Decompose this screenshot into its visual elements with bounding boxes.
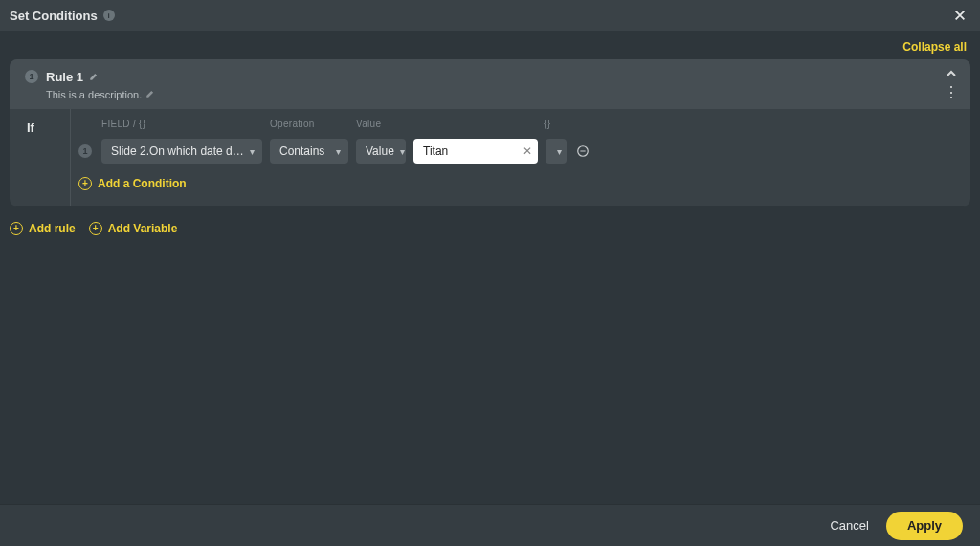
rule-body: If FIELD / {} Operation Value {} 1 Slide… [10, 109, 970, 206]
col-field-header: FIELD / {} [101, 119, 262, 129]
col-input-spacer [410, 119, 536, 129]
cancel-button[interactable]: Cancel [830, 518, 868, 533]
condition-value-input[interactable] [413, 139, 538, 164]
rule-title-block: Rule 1 This is a description. [46, 68, 155, 100]
info-icon[interactable]: i [103, 10, 115, 21]
col-value-header: Value [356, 119, 402, 129]
condition-valuetype-select[interactable]: Value ▾ [356, 139, 406, 164]
clear-input-icon[interactable]: ✕ [523, 144, 532, 158]
edit-title-icon[interactable] [89, 68, 99, 85]
bottom-actions: + Add rule + Add Variable [0, 207, 980, 251]
collapse-rule-icon[interactable] [946, 68, 957, 81]
add-rule-action[interactable]: + Add rule [10, 222, 76, 235]
condition-valuetype-label: Value [366, 144, 394, 158]
collapse-all-button[interactable]: Collapse all [902, 40, 967, 54]
add-condition-button[interactable]: Add a Condition [98, 177, 187, 190]
rule-description: This is a description. [46, 89, 142, 100]
add-variable-label: Add Variable [108, 222, 178, 235]
header-title-wrap: Set Conditions i [10, 9, 115, 23]
condition-field-label: Slide 2.On which date did you v... [111, 144, 244, 158]
modal-title: Set Conditions [10, 9, 98, 23]
col-operation-header: Operation [270, 119, 348, 129]
rule-header-actions: ⋮ [944, 68, 959, 100]
chevron-down-icon: ▾ [336, 146, 341, 157]
rule-title-row: Rule 1 [46, 68, 155, 85]
rule-menu-icon[interactable]: ⋮ [944, 85, 959, 100]
condition-operation-label: Contains [279, 144, 324, 158]
condition-operation-select[interactable]: Contains ▾ [270, 139, 348, 164]
rule-title: Rule 1 [46, 70, 83, 84]
plus-circle-icon[interactable]: + [78, 177, 92, 190]
condition-extra-select[interactable]: ▾ [546, 139, 567, 164]
rule-description-row: This is a description. [46, 89, 155, 100]
condition-number-badge: 1 [78, 144, 92, 158]
if-label: If [10, 109, 71, 206]
condition-value-input-wrap: ✕ [413, 139, 538, 164]
remove-condition-icon[interactable] [574, 142, 591, 160]
rule-header-left: 1 Rule 1 This is a description. [25, 68, 155, 100]
apply-button[interactable]: Apply [886, 512, 963, 540]
toolbar: Collapse all [0, 31, 980, 59]
chevron-down-icon: ▾ [557, 146, 562, 157]
edit-description-icon[interactable] [145, 89, 155, 100]
close-icon[interactable] [951, 7, 969, 24]
col-brace-header: {} [544, 119, 563, 129]
plus-circle-icon: + [10, 222, 23, 235]
plus-circle-icon: + [89, 222, 102, 235]
condition-row: 1 Slide 2.On which date did you v... ▾ C… [78, 139, 957, 164]
condition-column-headers: FIELD / {} Operation Value {} [78, 119, 957, 129]
rule-header: 1 Rule 1 This is a description. [10, 59, 970, 109]
chevron-down-icon: ▾ [400, 146, 405, 157]
rule-card: 1 Rule 1 This is a description. [10, 59, 970, 207]
condition-field-select[interactable]: Slide 2.On which date did you v... ▾ [101, 139, 262, 164]
modal-footer: Cancel Apply [0, 504, 980, 546]
rule-number-badge: 1 [25, 70, 38, 83]
modal-header: Set Conditions i [0, 0, 980, 31]
chevron-down-icon: ▾ [250, 146, 255, 157]
add-condition-row: + Add a Condition [78, 177, 957, 190]
conditions-column: FIELD / {} Operation Value {} 1 Slide 2.… [71, 109, 970, 206]
add-variable-action[interactable]: + Add Variable [89, 222, 178, 235]
add-rule-label: Add rule [29, 222, 76, 235]
